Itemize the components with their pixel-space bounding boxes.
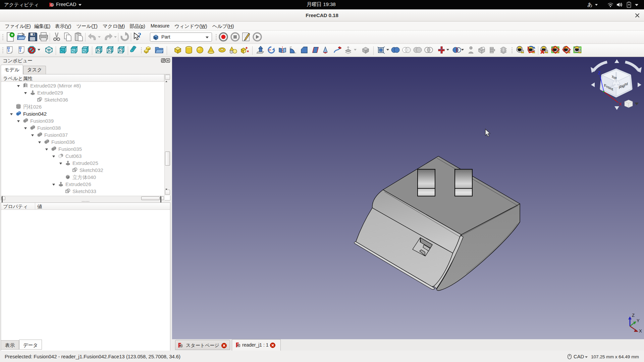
svg-text:Y: Y: [637, 318, 640, 323]
svg-text:Z: Z: [632, 313, 635, 318]
svg-text:X: X: [619, 102, 622, 107]
svg-text:?: ?: [138, 32, 141, 39]
svg-text:X: X: [639, 328, 642, 334]
svg-text:Z: Z: [598, 70, 601, 75]
